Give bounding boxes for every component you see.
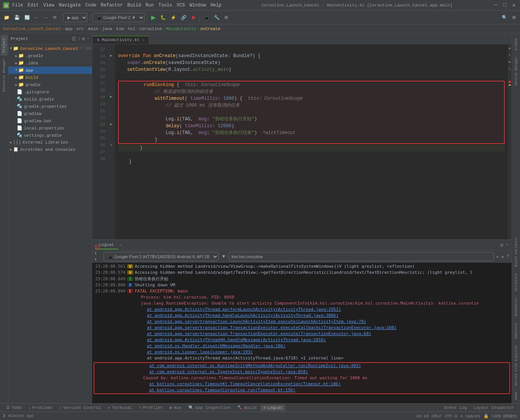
avd-button[interactable]: 📱 — [202, 14, 211, 21]
log-text-9[interactable]: at android.app.servertransaction.LaunchA… — [135, 319, 366, 324]
menu-navigate[interactable]: Navigate — [59, 3, 81, 8]
terminal-tab[interactable]: ▸ Terminal — [105, 404, 135, 411]
minimize-button[interactable]: ─ — [493, 2, 499, 8]
project-icon-sort[interactable]: ↕ — [78, 36, 81, 42]
run-button[interactable]: ▶ — [150, 13, 157, 22]
log-text-17[interactable]: at com.android.internal.os.ZygoteInit.ma… — [137, 369, 308, 374]
tree-item-gradlew[interactable]: 📄 gradlew — [8, 110, 92, 117]
log-text-19[interactable]: at kotlinx.coroutines.TimeoutKt.TimeoutC… — [137, 382, 341, 386]
project-icon-settings[interactable]: ⚙ — [82, 36, 85, 42]
menu-code[interactable]: Code — [85, 3, 96, 8]
tree-item-ext-libs[interactable]: ▶ ||| External Libraries — [8, 139, 92, 146]
app-dropdown[interactable]: ▶ app — [63, 13, 88, 22]
log-text-12[interactable]: at android.app.ActivityThread$H.handleMe… — [135, 337, 326, 342]
project-btn[interactable]: 📁 — [2, 14, 11, 21]
menu-window[interactable]: Window — [190, 3, 206, 8]
status-crlf[interactable]: CRLF — [432, 414, 442, 418]
log-text-11[interactable]: at android.app.servertransaction.Transac… — [135, 331, 371, 336]
menu-tools[interactable]: Tools — [158, 3, 172, 8]
clear-logcat-btn[interactable]: 🚫 — [94, 245, 100, 250]
logcat-device-dropdown[interactable]: 📱 Google Pixel 2 (HT7BV1A02915) Android … — [104, 252, 219, 261]
tree-item-app[interactable]: ▼ 📁 app — [8, 67, 92, 74]
scroll-up-btn[interactable]: ⬆ — [94, 251, 100, 256]
star-icon[interactable]: ★ — [501, 254, 504, 260]
bc-coroutine[interactable]: coroutine — [139, 27, 162, 31]
search-btn[interactable]: 🔍 — [500, 14, 509, 21]
code-content[interactable]: override fun onCreate(savedInstanceState… — [115, 44, 508, 240]
device-file-explorer-tab[interactable]: Device File Explorer — [513, 342, 520, 389]
forward-btn[interactable]: → — [42, 14, 50, 21]
emulator-tab[interactable]: Emulator — [513, 319, 520, 342]
menu-view[interactable]: View — [43, 3, 54, 8]
bc-app[interactable]: app — [65, 27, 72, 31]
save-btn[interactable]: 💾 — [13, 14, 21, 21]
version-control-tab[interactable]: ↕ Version Control — [56, 405, 104, 411]
menu-file[interactable]: File — [12, 3, 23, 8]
log-text-16[interactable]: at com.android.internal.os.RuntimeInit$M… — [137, 363, 361, 368]
app-inspection-tab[interactable]: 🔍 App Inspection — [185, 404, 233, 411]
sync-btn[interactable]: 🔄 — [23, 14, 32, 21]
logcat-content[interactable]: 23:28:08.561 W Accessing hidden method L… — [92, 263, 512, 403]
menu-refactor[interactable]: Refactor — [101, 3, 123, 8]
bookmarks-tab[interactable]: Bookmarks — [513, 295, 520, 319]
profile-button[interactable]: ⚡ — [169, 14, 178, 21]
logcat-bottom-tab[interactable]: ≡ Logcat — [260, 405, 286, 411]
build-variants-tab[interactable]: Build Variants — [513, 235, 520, 270]
tree-item-gradle-hidden[interactable]: ▶ 📁 .gradle — [8, 52, 92, 59]
logcat-filter-input[interactable] — [229, 252, 493, 261]
recent-btn[interactable]: ⟳ — [51, 14, 58, 21]
gradle-tab[interactable]: Gradle — [513, 35, 520, 53]
close-button[interactable]: ✕ — [511, 2, 517, 8]
tree-item-gradle-folder[interactable]: ▶ 📁 gradle — [8, 81, 92, 88]
make-tab[interactable]: make — [513, 389, 520, 403]
menu-run[interactable]: Run — [145, 3, 154, 8]
log-text-14[interactable]: at android.os.Looper.loop(Looper.java:19… — [135, 350, 253, 355]
log-text-13[interactable]: at android.os.Handler.dispatchMessage(Ha… — [135, 343, 286, 348]
bc-kim[interactable]: kim — [116, 27, 124, 31]
tree-item-settings-gradle[interactable]: 🔩 settings.gradle — [8, 132, 92, 139]
device-dropdown[interactable]: 📱 Google Pixel 2 ▼ — [93, 13, 145, 22]
bc-main[interactable]: main — [88, 27, 98, 31]
bc-mainactivity[interactable]: MainActivity — [166, 27, 196, 31]
tree-item-scratches[interactable]: ▶ 📋 Scratches and Consoles — [8, 146, 92, 153]
stop-button[interactable]: ⏹ — [190, 14, 197, 21]
log-text-20[interactable]: at kotlinx.coroutines.TimeoutCoroutine.r… — [137, 388, 295, 393]
status-position[interactable]: 26:10 — [416, 414, 429, 418]
bc-oncreate[interactable]: onCreate — [200, 27, 220, 31]
tree-item-gradle-props[interactable]: 🔩 gradle.properties — [8, 103, 92, 110]
structure-tab[interactable]: Structure — [513, 270, 520, 295]
profiler-tab[interactable]: ⚡ Profiler — [136, 404, 166, 411]
event-log-item[interactable]: Event Log — [441, 405, 470, 411]
tree-item-gradlew-bat[interactable]: 📄 gradlew.bat — [8, 117, 92, 125]
gear-btn[interactable]: ⚙ — [510, 14, 518, 21]
resource-manager-tab[interactable]: Resource Manager — [1, 56, 8, 94]
project-icon-list[interactable]: ☰ — [72, 36, 76, 42]
settings-icon[interactable]: ⚙ — [500, 242, 503, 248]
tree-item-idea[interactable]: ▶ 📁 .idea — [8, 59, 92, 67]
help-icon[interactable]: ? — [506, 254, 509, 260]
menu-build[interactable]: Build — [127, 3, 141, 8]
log-text-10[interactable]: at android.app.servertransaction.Transac… — [135, 325, 397, 330]
menu-help[interactable]: Help — [211, 3, 222, 8]
tree-item-build-gradle[interactable]: 🔩 build.gradle — [8, 96, 92, 103]
menu-vcs[interactable]: VCS — [177, 3, 185, 8]
bc-root[interactable]: Coroutine_Launch_Cancel — [3, 27, 61, 31]
tab-close-btn[interactable]: ✕ — [142, 38, 144, 42]
tree-root[interactable]: ▼ 📁 Coroutine_Launch_Cancel Y:\002_WorkS… — [8, 45, 92, 52]
tree-item-build[interactable]: ▶ 📁 build — [8, 74, 92, 81]
device-manager-tab[interactable]: Device Manager — [513, 53, 520, 88]
project-tab[interactable]: Project — [1, 35, 8, 56]
clear-filter-btn[interactable]: ✕ — [496, 254, 499, 260]
menu-edit[interactable]: Edit — [28, 3, 39, 8]
sdk-button[interactable]: 🔧 — [212, 14, 221, 21]
add-tab-btn[interactable]: + — [118, 242, 124, 248]
scroll-down-btn[interactable]: ⬇ — [94, 257, 100, 262]
status-encoding[interactable]: UTF-8 — [445, 414, 457, 418]
bc-hsl[interactable]: hsl — [128, 27, 136, 31]
attach-button[interactable]: 🔗 — [179, 14, 188, 21]
back-btn[interactable]: ← — [33, 14, 41, 21]
bc-java[interactable]: java — [102, 27, 112, 31]
build-tab[interactable]: 🔨 Build — [234, 404, 260, 411]
settings-button[interactable]: ⚙ — [223, 14, 230, 21]
bc-src[interactable]: src — [77, 27, 84, 31]
